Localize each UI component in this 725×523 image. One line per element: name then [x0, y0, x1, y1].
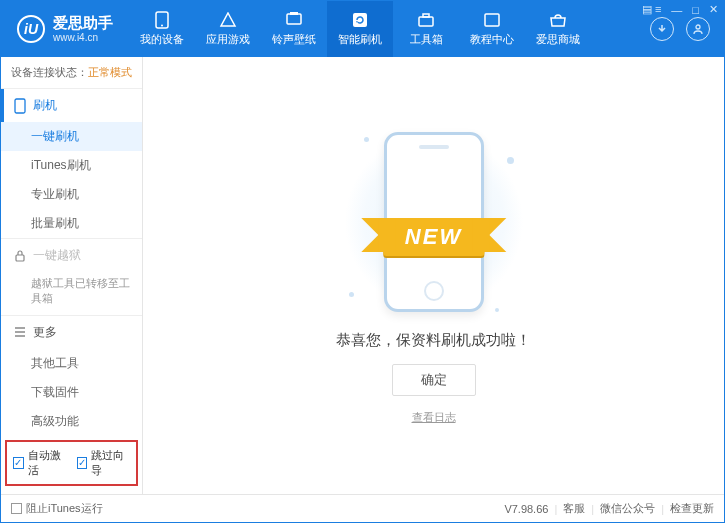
nav-label: 铃声壁纸	[272, 32, 316, 47]
success-illustration: NEW	[344, 127, 524, 317]
title-bar: iU 爱思助手 www.i4.cn 我的设备 应用游戏 铃声壁纸 智能刷机	[1, 1, 724, 57]
status-value: 正常模式	[88, 66, 132, 78]
nav-ringtones[interactable]: 铃声壁纸	[261, 1, 327, 57]
toolbox-icon	[416, 12, 436, 28]
section-title: 刷机	[33, 97, 57, 114]
checkbox-label: 阻止iTunes运行	[26, 501, 103, 516]
nav-label: 我的设备	[140, 32, 184, 47]
phone-icon	[152, 12, 172, 28]
checkbox-icon: ✓	[77, 457, 88, 469]
minimize-button[interactable]: —	[671, 4, 682, 16]
window-controls: ▤ ≡ — □ ✕	[642, 3, 718, 16]
sidebar-sub-batch-flash[interactable]: 批量刷机	[1, 209, 142, 238]
section-title: 一键越狱	[33, 247, 81, 264]
app-window: ▤ ≡ — □ ✕ iU 爱思助手 www.i4.cn 我的设备 应用游戏 铃声…	[0, 0, 725, 523]
nav-toolbox[interactable]: 工具箱	[393, 1, 459, 57]
book-icon	[482, 12, 502, 28]
new-ribbon: NEW	[383, 218, 484, 256]
store-icon	[548, 12, 568, 28]
checkbox-label: 跳过向导	[91, 448, 130, 478]
brand-url: www.i4.cn	[53, 32, 113, 44]
menu-button[interactable]: ▤ ≡	[642, 3, 661, 16]
sidebar-sub-download-firmware[interactable]: 下载固件	[1, 378, 142, 407]
jailbreak-note: 越狱工具已转移至工具箱	[1, 272, 142, 315]
svg-rect-9	[15, 99, 25, 113]
nav-label: 智能刷机	[338, 32, 382, 47]
sidebar-sub-itunes-flash[interactable]: iTunes刷机	[1, 151, 142, 180]
checkbox-icon	[11, 503, 22, 514]
nav-store[interactable]: 爱思商城	[525, 1, 591, 57]
svg-rect-7	[485, 14, 499, 26]
support-link[interactable]: 客服	[563, 501, 585, 516]
apps-icon	[218, 12, 238, 28]
maximize-button[interactable]: □	[692, 4, 699, 16]
connection-status: 设备连接状态：正常模式	[1, 57, 142, 88]
highlighted-checkbox-area: ✓ 自动激活 ✓ 跳过向导	[5, 440, 138, 486]
check-update-link[interactable]: 检查更新	[670, 501, 714, 516]
phone-icon	[13, 99, 27, 113]
nav-label: 应用游戏	[206, 32, 250, 47]
nav-apps[interactable]: 应用游戏	[195, 1, 261, 57]
main-panel: NEW 恭喜您，保资料刷机成功啦！ 确定 查看日志	[143, 57, 724, 494]
brand-logo-icon: iU	[17, 15, 45, 43]
lock-icon	[13, 249, 27, 263]
user-icon[interactable]	[686, 17, 710, 41]
brand: iU 爱思助手 www.i4.cn	[1, 1, 129, 57]
sidebar-section-flash[interactable]: 刷机	[1, 89, 142, 122]
section-title: 更多	[33, 324, 57, 341]
checkbox-label: 自动激活	[28, 448, 67, 478]
checkbox-auto-activate[interactable]: ✓ 自动激活	[13, 448, 67, 478]
status-bar: 阻止iTunes运行 V7.98.66 | 客服 | 微信公众号 | 检查更新	[1, 494, 724, 522]
nav-label: 工具箱	[410, 32, 443, 47]
sidebar-sub-one-click-flash[interactable]: 一键刷机	[1, 122, 142, 151]
svg-rect-2	[287, 14, 301, 24]
menu-icon	[13, 325, 27, 339]
svg-rect-4	[353, 13, 367, 27]
brand-title: 爱思助手	[53, 14, 113, 32]
sidebar-sub-advanced[interactable]: 高级功能	[1, 407, 142, 436]
svg-rect-10	[16, 255, 24, 261]
nav-label: 教程中心	[470, 32, 514, 47]
nav-smart-flash[interactable]: 智能刷机	[327, 1, 393, 57]
view-log-link[interactable]: 查看日志	[412, 410, 456, 425]
svg-rect-6	[423, 14, 429, 17]
status-label: 设备连接状态：	[11, 66, 88, 78]
music-icon	[284, 12, 304, 28]
checkbox-block-itunes[interactable]: 阻止iTunes运行	[11, 501, 103, 516]
sidebar-sub-pro-flash[interactable]: 专业刷机	[1, 180, 142, 209]
refresh-icon	[350, 12, 370, 28]
wechat-link[interactable]: 微信公众号	[600, 501, 655, 516]
body: 设备连接状态：正常模式 刷机 一键刷机 iTunes刷机 专业刷机 批量刷机 一…	[1, 57, 724, 494]
sidebar-section-more[interactable]: 更多	[1, 316, 142, 349]
svg-rect-5	[419, 17, 433, 26]
svg-rect-3	[290, 12, 298, 15]
sidebar-sub-other-tools[interactable]: 其他工具	[1, 349, 142, 378]
nav-tutorials[interactable]: 教程中心	[459, 1, 525, 57]
download-icon[interactable]	[650, 17, 674, 41]
top-nav: 我的设备 应用游戏 铃声壁纸 智能刷机 工具箱 教程中心	[129, 1, 650, 57]
nav-my-device[interactable]: 我的设备	[129, 1, 195, 57]
close-button[interactable]: ✕	[709, 3, 718, 16]
nav-label: 爱思商城	[536, 32, 580, 47]
checkbox-skip-guide[interactable]: ✓ 跳过向导	[77, 448, 131, 478]
checkbox-icon: ✓	[13, 457, 24, 469]
success-message: 恭喜您，保资料刷机成功啦！	[336, 331, 531, 350]
sidebar: 设备连接状态：正常模式 刷机 一键刷机 iTunes刷机 专业刷机 批量刷机 一…	[1, 57, 143, 494]
ok-button[interactable]: 确定	[392, 364, 476, 396]
svg-point-1	[161, 24, 163, 26]
svg-point-8	[696, 25, 700, 29]
sidebar-section-jailbreak[interactable]: 一键越狱	[1, 239, 142, 272]
version-label: V7.98.66	[504, 503, 548, 515]
